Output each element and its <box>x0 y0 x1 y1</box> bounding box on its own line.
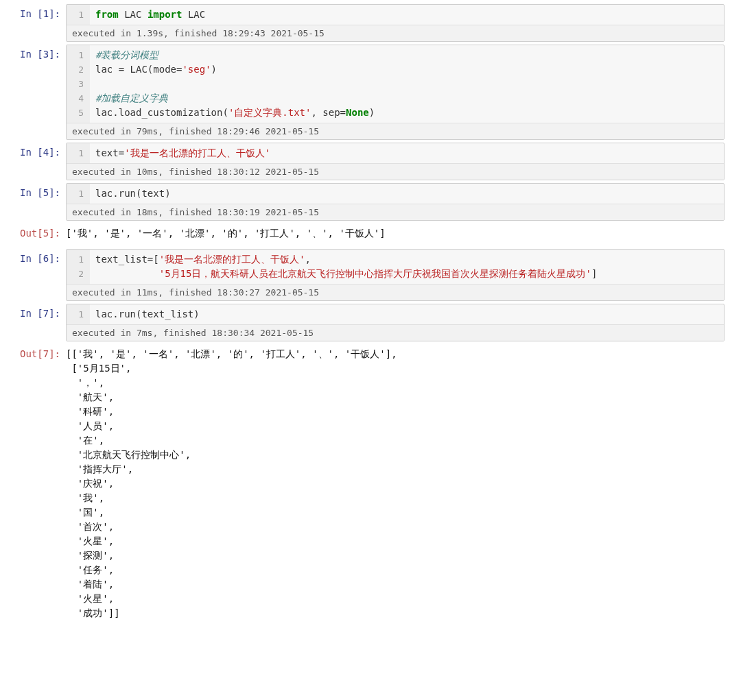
line-gutter: 12345 <box>67 45 90 123</box>
input-cell: In [1]:1from LAC import LACexecuted in 1… <box>3 4 727 42</box>
code-editor[interactable]: text_list=['我是一名北漂的打工人、干饭人', '5月15日，航天科研… <box>90 250 602 284</box>
code-editor[interactable]: #装载分词模型 lac = LAC(mode='seg') #加载自定义字典 l… <box>90 45 380 123</box>
line-gutter: 1 <box>67 143 90 163</box>
output-prompt: Out[7]: <box>3 344 66 626</box>
execution-footer: executed in 18ms, finished 18:30:19 2021… <box>67 204 724 220</box>
code-block[interactable]: 1text='我是一名北漂的打工人、干饭人'executed in 10ms, … <box>66 143 725 180</box>
code-block[interactable]: 12345#装载分词模型 lac = LAC(mode='seg') #加载自定… <box>66 45 725 140</box>
input-prompt: In [1]: <box>3 4 66 42</box>
notebook: In [1]:1from LAC import LACexecuted in 1… <box>3 4 727 626</box>
input-prompt: In [6]: <box>3 249 66 301</box>
output-text: [['我', '是', '一名', '北漂', '的', '打工人', '、',… <box>66 344 727 626</box>
input-cell: In [5]:1lac.run(text)executed in 18ms, f… <box>3 183 727 221</box>
code-editor[interactable]: text='我是一名北漂的打工人、干饭人' <box>90 143 276 163</box>
input-cell: In [7]:1lac.run(text_list)executed in 7m… <box>3 304 727 341</box>
input-prompt: In [5]: <box>3 183 66 221</box>
input-prompt: In [3]: <box>3 45 66 140</box>
line-gutter: 1 <box>67 5 90 25</box>
input-prompt: In [4]: <box>3 143 66 180</box>
code-block[interactable]: 1from LAC import LACexecuted in 1.39s, f… <box>66 4 725 42</box>
input-cell: In [4]:1text='我是一名北漂的打工人、干饭人'executed in… <box>3 143 727 180</box>
code-editor[interactable]: lac.run(text_list) <box>90 304 205 324</box>
code-block[interactable]: 12text_list=['我是一名北漂的打工人、干饭人', '5月15日，航天… <box>66 249 725 301</box>
code-block[interactable]: 1lac.run(text)executed in 18ms, finished… <box>66 183 725 221</box>
output-cell: Out[7]:[['我', '是', '一名', '北漂', '的', '打工人… <box>3 344 727 626</box>
input-cell: In [3]:12345#装载分词模型 lac = LAC(mode='seg'… <box>3 45 727 140</box>
input-cell: In [6]:12text_list=['我是一名北漂的打工人、干饭人', '5… <box>3 249 727 301</box>
code-editor[interactable]: from LAC import LAC <box>90 5 211 25</box>
execution-footer: executed in 10ms, finished 18:30:12 2021… <box>67 163 724 180</box>
execution-footer: executed in 1.39s, finished 18:29:43 202… <box>67 25 724 41</box>
line-gutter: 1 <box>67 304 90 324</box>
execution-footer: executed in 79ms, finished 18:29:46 2021… <box>67 123 724 139</box>
output-text: ['我', '是', '一名', '北漂', '的', '打工人', '、', … <box>66 224 727 246</box>
code-editor[interactable]: lac.run(text) <box>90 184 176 204</box>
output-prompt: Out[5]: <box>3 224 66 246</box>
input-prompt: In [7]: <box>3 304 66 341</box>
output-cell: Out[5]:['我', '是', '一名', '北漂', '的', '打工人'… <box>3 224 727 246</box>
line-gutter: 1 <box>67 184 90 204</box>
line-gutter: 12 <box>67 250 90 284</box>
code-block[interactable]: 1lac.run(text_list)executed in 7ms, fini… <box>66 304 725 341</box>
execution-footer: executed in 7ms, finished 18:30:34 2021-… <box>67 324 724 341</box>
execution-footer: executed in 11ms, finished 18:30:27 2021… <box>67 284 724 300</box>
